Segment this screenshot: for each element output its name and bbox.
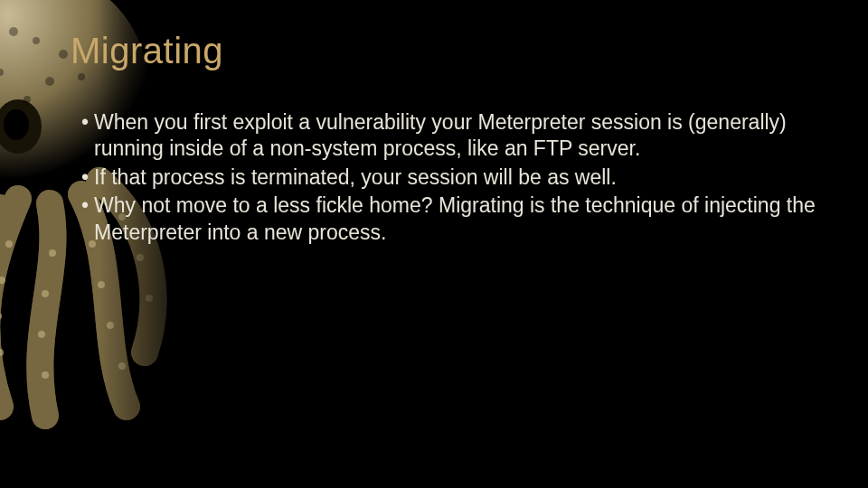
bullet-text: When you first exploit a vulnerability y… — [94, 109, 832, 163]
list-item: • If that process is terminated, your se… — [81, 164, 832, 191]
bullet-text: Why not move to a less fickle home? Migr… — [94, 192, 832, 246]
bullet-icon: • — [81, 109, 89, 136]
slide-title: Migrating — [71, 31, 832, 71]
bullet-text: If that process is terminated, your sess… — [94, 164, 832, 191]
list-item: • When you first exploit a vulnerability… — [81, 109, 832, 163]
bullet-list: • When you first exploit a vulnerability… — [71, 109, 832, 246]
list-item: • Why not move to a less fickle home? Mi… — [81, 192, 832, 246]
bullet-icon: • — [81, 192, 89, 219]
bullet-icon: • — [81, 164, 89, 191]
slide-content: Migrating • When you first exploit a vul… — [0, 0, 868, 488]
